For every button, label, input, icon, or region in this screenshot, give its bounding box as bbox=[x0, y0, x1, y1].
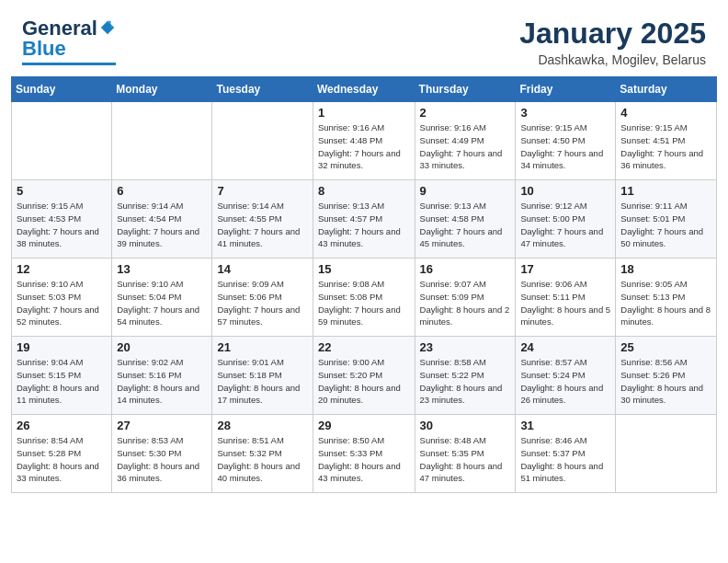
day-number: 28 bbox=[217, 419, 307, 432]
day-number: 13 bbox=[117, 262, 207, 276]
weekday-header-row: SundayMondayTuesdayWednesdayThursdayFrid… bbox=[12, 77, 717, 102]
day-number: 16 bbox=[420, 262, 511, 276]
day-number: 20 bbox=[117, 340, 207, 354]
day-number: 26 bbox=[17, 419, 107, 432]
day-cell: 17Sunrise: 9:06 AM Sunset: 5:11 PM Dayli… bbox=[516, 259, 616, 337]
day-cell: 22Sunrise: 9:00 AM Sunset: 5:20 PM Dayli… bbox=[313, 337, 415, 415]
week-row-3: 12Sunrise: 9:10 AM Sunset: 5:03 PM Dayli… bbox=[12, 259, 717, 337]
day-info: Sunrise: 9:00 AM Sunset: 5:20 PM Dayligh… bbox=[318, 356, 410, 407]
day-cell bbox=[12, 102, 112, 180]
week-row-1: 1Sunrise: 9:16 AM Sunset: 4:48 PM Daylig… bbox=[12, 102, 717, 180]
day-info: Sunrise: 9:16 AM Sunset: 4:48 PM Dayligh… bbox=[318, 121, 410, 172]
day-cell bbox=[616, 415, 717, 493]
title-block: January 2025 Dashkawka, Mogilev, Belarus bbox=[519, 17, 706, 67]
day-info: Sunrise: 9:11 AM Sunset: 5:01 PM Dayligh… bbox=[620, 200, 711, 250]
day-info: Sunrise: 9:09 AM Sunset: 5:06 PM Dayligh… bbox=[217, 278, 307, 328]
day-cell: 6Sunrise: 9:14 AM Sunset: 4:54 PM Daylig… bbox=[112, 180, 212, 259]
day-cell: 27Sunrise: 8:53 AM Sunset: 5:30 PM Dayli… bbox=[112, 415, 212, 493]
day-info: Sunrise: 9:08 AM Sunset: 5:08 PM Dayligh… bbox=[318, 278, 410, 328]
day-cell: 3Sunrise: 9:15 AM Sunset: 4:50 PM Daylig… bbox=[516, 102, 616, 180]
week-row-5: 26Sunrise: 8:54 AM Sunset: 5:28 PM Dayli… bbox=[12, 415, 717, 493]
day-info: Sunrise: 9:01 AM Sunset: 5:18 PM Dayligh… bbox=[217, 356, 307, 407]
day-info: Sunrise: 8:57 AM Sunset: 5:24 PM Dayligh… bbox=[520, 356, 610, 407]
day-number: 5 bbox=[17, 184, 107, 198]
weekday-header-wednesday: Wednesday bbox=[313, 77, 415, 102]
weekday-header-friday: Friday bbox=[516, 77, 616, 102]
day-cell: 28Sunrise: 8:51 AM Sunset: 5:32 PM Dayli… bbox=[212, 415, 313, 493]
day-cell: 9Sunrise: 9:13 AM Sunset: 4:58 PM Daylig… bbox=[415, 180, 516, 259]
day-number: 19 bbox=[17, 340, 107, 354]
day-number: 29 bbox=[318, 419, 410, 432]
day-cell: 14Sunrise: 9:09 AM Sunset: 5:06 PM Dayli… bbox=[212, 259, 313, 337]
day-cell bbox=[212, 102, 313, 180]
day-cell: 13Sunrise: 9:10 AM Sunset: 5:04 PM Dayli… bbox=[112, 259, 212, 337]
logo-icon bbox=[99, 19, 116, 36]
logo-blue-line: Blue bbox=[22, 37, 66, 61]
day-info: Sunrise: 9:15 AM Sunset: 4:53 PM Dayligh… bbox=[17, 200, 107, 250]
month-title: January 2025 bbox=[519, 17, 706, 51]
day-number: 24 bbox=[520, 340, 610, 354]
day-number: 31 bbox=[520, 419, 610, 432]
day-cell: 11Sunrise: 9:11 AM Sunset: 5:01 PM Dayli… bbox=[616, 180, 717, 259]
weekday-header-thursday: Thursday bbox=[415, 77, 516, 102]
day-cell: 30Sunrise: 8:48 AM Sunset: 5:35 PM Dayli… bbox=[415, 415, 516, 493]
page-header: General Blue January 2025 Dashkawka, Mog… bbox=[0, 0, 728, 76]
logo-blue-label: Blue bbox=[22, 37, 66, 61]
day-cell: 12Sunrise: 9:10 AM Sunset: 5:03 PM Dayli… bbox=[12, 259, 112, 337]
day-info: Sunrise: 9:02 AM Sunset: 5:16 PM Dayligh… bbox=[117, 356, 207, 407]
day-cell: 16Sunrise: 9:07 AM Sunset: 5:09 PM Dayli… bbox=[415, 259, 516, 337]
weekday-header-tuesday: Tuesday bbox=[212, 77, 313, 102]
weekday-header-sunday: Sunday bbox=[12, 77, 112, 102]
day-info: Sunrise: 9:13 AM Sunset: 4:57 PM Dayligh… bbox=[318, 200, 410, 250]
day-cell: 19Sunrise: 9:04 AM Sunset: 5:15 PM Dayli… bbox=[12, 337, 112, 415]
day-cell: 26Sunrise: 8:54 AM Sunset: 5:28 PM Dayli… bbox=[12, 415, 112, 493]
day-cell: 31Sunrise: 8:46 AM Sunset: 5:37 PM Dayli… bbox=[516, 415, 616, 493]
day-info: Sunrise: 8:48 AM Sunset: 5:35 PM Dayligh… bbox=[420, 434, 511, 485]
day-cell: 10Sunrise: 9:12 AM Sunset: 5:00 PM Dayli… bbox=[516, 180, 616, 259]
location: Dashkawka, Mogilev, Belarus bbox=[519, 52, 706, 67]
day-info: Sunrise: 9:14 AM Sunset: 4:54 PM Dayligh… bbox=[117, 200, 207, 250]
day-cell: 24Sunrise: 8:57 AM Sunset: 5:24 PM Dayli… bbox=[516, 337, 616, 415]
day-info: Sunrise: 9:06 AM Sunset: 5:11 PM Dayligh… bbox=[520, 278, 610, 328]
day-info: Sunrise: 9:15 AM Sunset: 4:50 PM Dayligh… bbox=[520, 121, 610, 172]
day-number: 18 bbox=[620, 262, 711, 276]
day-cell: 1Sunrise: 9:16 AM Sunset: 4:48 PM Daylig… bbox=[313, 102, 415, 180]
day-info: Sunrise: 9:16 AM Sunset: 4:49 PM Dayligh… bbox=[420, 121, 511, 172]
day-number: 25 bbox=[620, 340, 711, 354]
day-cell: 25Sunrise: 8:56 AM Sunset: 5:26 PM Dayli… bbox=[616, 337, 717, 415]
day-cell: 2Sunrise: 9:16 AM Sunset: 4:49 PM Daylig… bbox=[415, 102, 516, 180]
day-cell: 4Sunrise: 9:15 AM Sunset: 4:51 PM Daylig… bbox=[616, 102, 717, 180]
day-number: 10 bbox=[520, 184, 610, 198]
day-number: 4 bbox=[620, 106, 711, 120]
day-info: Sunrise: 8:51 AM Sunset: 5:32 PM Dayligh… bbox=[217, 434, 307, 485]
day-number: 9 bbox=[420, 184, 511, 198]
day-number: 23 bbox=[420, 340, 511, 354]
day-number: 7 bbox=[217, 184, 307, 198]
day-cell: 5Sunrise: 9:15 AM Sunset: 4:53 PM Daylig… bbox=[12, 180, 112, 259]
week-row-2: 5Sunrise: 9:15 AM Sunset: 4:53 PM Daylig… bbox=[12, 180, 717, 259]
day-number: 1 bbox=[318, 106, 410, 120]
week-row-4: 19Sunrise: 9:04 AM Sunset: 5:15 PM Dayli… bbox=[12, 337, 717, 415]
day-number: 8 bbox=[318, 184, 410, 198]
day-cell: 23Sunrise: 8:58 AM Sunset: 5:22 PM Dayli… bbox=[415, 337, 516, 415]
day-number: 11 bbox=[620, 184, 711, 198]
day-info: Sunrise: 8:56 AM Sunset: 5:26 PM Dayligh… bbox=[620, 356, 711, 407]
day-number: 15 bbox=[318, 262, 410, 276]
day-info: Sunrise: 9:10 AM Sunset: 5:03 PM Dayligh… bbox=[17, 278, 107, 328]
day-info: Sunrise: 8:53 AM Sunset: 5:30 PM Dayligh… bbox=[117, 434, 207, 485]
day-info: Sunrise: 9:05 AM Sunset: 5:13 PM Dayligh… bbox=[620, 278, 711, 328]
day-info: Sunrise: 8:58 AM Sunset: 5:22 PM Dayligh… bbox=[420, 356, 511, 407]
day-info: Sunrise: 9:10 AM Sunset: 5:04 PM Dayligh… bbox=[117, 278, 207, 328]
calendar: SundayMondayTuesdayWednesdayThursdayFrid… bbox=[0, 76, 728, 504]
day-number: 3 bbox=[520, 106, 610, 120]
day-cell bbox=[112, 102, 212, 180]
day-info: Sunrise: 9:12 AM Sunset: 5:00 PM Dayligh… bbox=[520, 200, 610, 250]
day-cell: 20Sunrise: 9:02 AM Sunset: 5:16 PM Dayli… bbox=[112, 337, 212, 415]
day-number: 14 bbox=[217, 262, 307, 276]
weekday-header-saturday: Saturday bbox=[616, 77, 717, 102]
day-cell: 29Sunrise: 8:50 AM Sunset: 5:33 PM Dayli… bbox=[313, 415, 415, 493]
day-cell: 21Sunrise: 9:01 AM Sunset: 5:18 PM Dayli… bbox=[212, 337, 313, 415]
day-cell: 7Sunrise: 9:14 AM Sunset: 4:55 PM Daylig… bbox=[212, 180, 313, 259]
day-cell: 15Sunrise: 9:08 AM Sunset: 5:08 PM Dayli… bbox=[313, 259, 415, 337]
day-number: 21 bbox=[217, 340, 307, 354]
